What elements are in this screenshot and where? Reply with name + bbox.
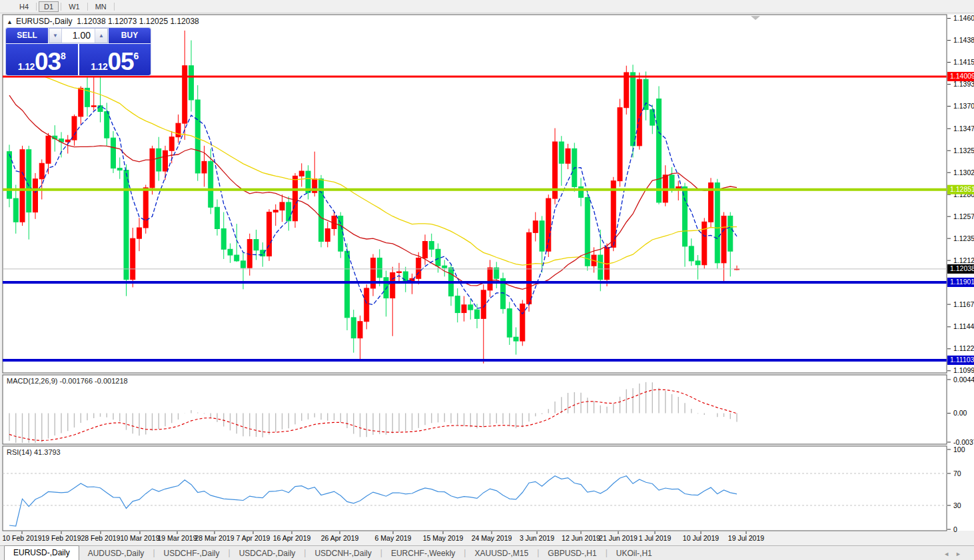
candle-body	[111, 138, 116, 168]
volume-field[interactable]: 1.00	[62, 29, 95, 43]
candle-body	[105, 112, 109, 139]
price-axis-label: 1.12350	[953, 234, 974, 242]
candle-body	[371, 258, 376, 288]
tab-xauusd-m15[interactable]: XAUUSD-,M15	[466, 547, 537, 560]
buy-button[interactable]: BUY	[109, 28, 151, 43]
candle-body	[209, 161, 213, 207]
candle-body	[189, 66, 194, 100]
price-axis-label: 1.12125	[953, 256, 974, 264]
price-axis-badge-label: 1.11901	[950, 278, 974, 286]
collapse-panel-icon[interactable]: ▲	[7, 19, 13, 25]
candle-body	[176, 123, 181, 137]
tab-usdcnh-daily[interactable]: USDCNH-,Daily	[306, 547, 380, 560]
candle-body	[65, 140, 70, 142]
tab-eurchf-weekly[interactable]: EURCHF-,Weekly	[382, 547, 464, 560]
candle-body	[455, 296, 460, 313]
one-click-trading-panel: SELL ▼ 1.00 ▲ BUY 1.12 03 8 1.12 05 6	[5, 27, 151, 76]
tab-eurusd-daily[interactable]: EURUSD-,Daily	[4, 545, 79, 560]
candle-body	[267, 212, 272, 256]
candle-body	[143, 188, 148, 228]
rsi-value: 41.3793	[34, 448, 61, 456]
bid-price-big-digits: 03	[35, 52, 61, 72]
candle-body	[221, 228, 226, 249]
candle-body	[442, 266, 447, 268]
macd-pane[interactable]	[3, 375, 947, 444]
sell-button[interactable]: SELL	[6, 28, 48, 43]
date-axis-label: 12 Jun 2019	[562, 534, 600, 542]
bid-price-pipette: 8	[61, 51, 66, 61]
price-chart-canvas[interactable]: 1.146051.143801.141551.139301.137051.134…	[0, 0, 974, 560]
date-axis-label: 19 Mar 2019	[158, 534, 197, 542]
rsi-pane[interactable]	[3, 446, 947, 531]
rsi-axis-label: 70	[953, 469, 961, 477]
price-axis-label: 1.13250	[953, 146, 974, 154]
trading-platform-window: H4D1W1MN 1.146051.143801.141551.139301.1…	[0, 0, 974, 560]
candle-body	[280, 202, 284, 210]
tab-audusd-daily[interactable]: AUDUSD-,Daily	[79, 547, 153, 560]
candle-body	[137, 228, 142, 238]
macd-label: MACD(12,26,9) -0.001766 -0.001218	[7, 377, 128, 385]
candle-body	[488, 268, 492, 290]
date-axis-label: 24 May 2019	[472, 534, 512, 542]
candle-body	[429, 242, 434, 250]
tab-scroll-left-icon: ◄	[943, 551, 955, 557]
rsi-axis-label: 100	[953, 445, 965, 453]
price-axis-label: 1.12575	[953, 212, 974, 220]
candle-body	[241, 261, 246, 268]
tab-usdcad-daily[interactable]: USDCAD-,Daily	[231, 547, 304, 560]
candle-body	[163, 150, 168, 171]
date-axis-label: 10 Jul 2019	[683, 534, 719, 542]
tab-gbpusd-h1[interactable]: GBPUSD-,H1	[539, 547, 605, 560]
volume-decrease-icon[interactable]: ▼	[49, 29, 62, 43]
candle-body	[299, 171, 304, 176]
candle-body	[527, 232, 532, 304]
tab-usdchf-daily[interactable]: USDCHF-,Daily	[155, 547, 229, 560]
price-axis-badge-label: 1.12038	[950, 264, 974, 272]
rsi-axis-label: 30	[953, 501, 961, 509]
candle-body	[533, 221, 538, 233]
candle-body	[325, 228, 330, 241]
candle-body	[91, 106, 96, 107]
candle-body	[7, 152, 12, 198]
candle-body	[169, 137, 174, 151]
candle-body	[235, 255, 239, 261]
price-axis-label: 1.14380	[953, 36, 974, 44]
price-axis-label: 1.13475	[953, 125, 974, 133]
candle-body	[423, 242, 428, 258]
price-axis-label: 1.13025	[953, 168, 974, 176]
date-axis-label: 16 Apr 2019	[273, 534, 311, 542]
candle-body	[624, 73, 629, 108]
candle-body	[670, 175, 674, 190]
candle-body	[514, 337, 518, 341]
ask-price-panel[interactable]: 1.12 05 6	[79, 44, 151, 75]
date-axis-label: 28 Feb 2019	[81, 534, 121, 542]
candle-body	[559, 142, 564, 163]
candle-body	[566, 148, 570, 163]
candle-body	[72, 117, 77, 140]
candle-body	[351, 318, 356, 338]
candle-body	[377, 258, 382, 277]
price-axis-badge-label: 1.12851	[950, 185, 974, 193]
candle-body	[39, 163, 44, 178]
price-axis-label: 1.11445	[953, 322, 974, 330]
candle-body	[228, 249, 233, 255]
symbol-tabbar: EURUSD-,DailyAUDUSD-,Daily|USDCHF-,Daily…	[0, 545, 974, 560]
macd-axis-label: 0.004465	[953, 376, 974, 384]
volume-increase-icon[interactable]: ▲	[95, 29, 107, 43]
ask-price-prefix: 1.12	[91, 61, 107, 72]
rsi-label: RSI(14) 41.3793	[7, 448, 61, 456]
candle-body	[131, 238, 135, 280]
tab-scroll-arrows[interactable]: ◄►	[943, 551, 967, 557]
candle-body	[598, 255, 603, 280]
candle-body	[33, 179, 38, 212]
date-axis-label: 1 Jul 2019	[639, 534, 672, 542]
candle-body	[403, 272, 408, 282]
ask-price-pipette: 6	[134, 51, 139, 61]
volume-stepper: ▼ 1.00 ▲	[49, 28, 108, 43]
candle-body	[20, 150, 25, 222]
price-axis-label: 1.11675	[953, 300, 974, 308]
date-axis-label: 6 May 2019	[375, 534, 412, 542]
bid-price-panel[interactable]: 1.12 03 8	[6, 44, 78, 75]
price-axis-badge-label: 1.11103	[950, 356, 974, 364]
tab-ukoil-h1[interactable]: UKOil-,H1	[608, 547, 661, 560]
